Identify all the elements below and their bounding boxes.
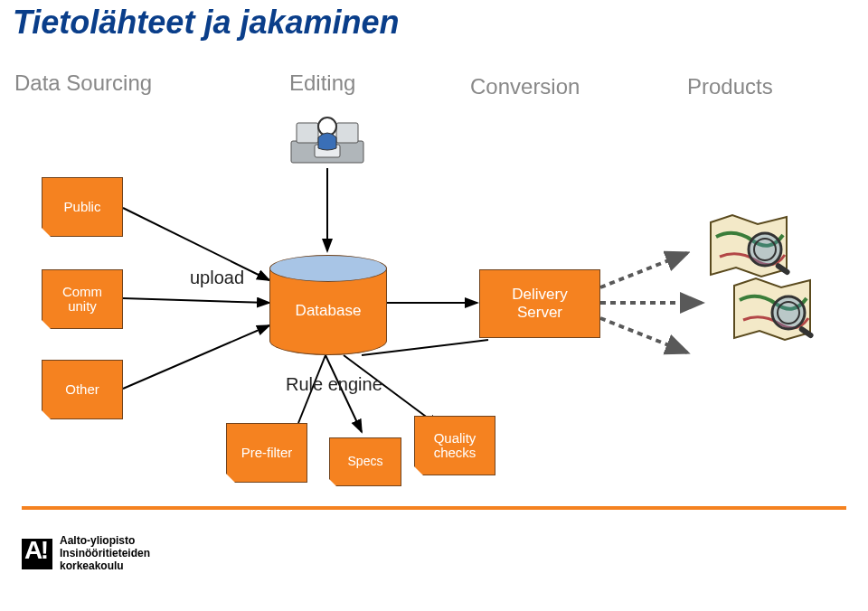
delivery-server-box: DeliveryServer <box>479 269 600 338</box>
delivery-server-label: DeliveryServer <box>512 286 567 323</box>
note-quality-label: Qualitychecks <box>434 431 476 461</box>
svg-line-9 <box>600 253 687 287</box>
svg-line-2 <box>123 325 269 389</box>
note-public: Public <box>42 177 125 240</box>
svg-line-11 <box>600 318 687 352</box>
aalto-logo-mark: A! <box>22 539 52 569</box>
note-specs: Specs <box>329 437 403 490</box>
database-label: Database <box>296 302 362 320</box>
database-icon: Database <box>269 255 385 354</box>
rule-engine-label: Rule engine <box>286 374 382 395</box>
map-output-icon <box>707 210 792 282</box>
note-community: Community <box>42 269 125 333</box>
map-output-icon-2 <box>731 273 816 345</box>
note-prefilter-label: Pre-filter <box>241 446 293 461</box>
footer-divider <box>22 506 846 510</box>
svg-rect-13 <box>297 123 318 143</box>
upload-label: upload <box>190 268 244 288</box>
aalto-logo-text: Aalto-yliopisto Insinööritieteiden korke… <box>60 535 150 572</box>
note-quality-checks: Qualitychecks <box>414 416 497 479</box>
note-public-label: Public <box>64 200 101 215</box>
note-prefilter: Pre-filter <box>226 423 309 486</box>
svg-rect-14 <box>336 123 358 143</box>
note-other: Other <box>42 360 125 423</box>
aalto-logo: A! Aalto-yliopisto Insinööritieteiden ko… <box>22 535 150 572</box>
svg-line-1 <box>123 298 269 303</box>
editing-person-icon <box>288 96 367 168</box>
note-specs-label: Specs <box>348 455 383 468</box>
note-community-label: Community <box>62 285 102 315</box>
note-other-label: Other <box>65 382 99 398</box>
